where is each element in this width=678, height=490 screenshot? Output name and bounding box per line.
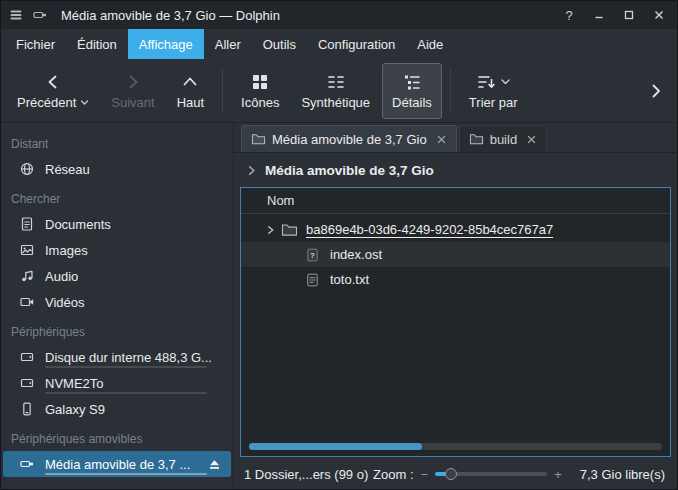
sidebar-item-media-amovible[interactable]: Média amovible de 3,7 ... xyxy=(3,451,231,477)
close-button[interactable] xyxy=(647,4,671,26)
sidebar-item-audio[interactable]: Audio xyxy=(3,263,231,289)
file-row-index-ost[interactable]: ? index.ost xyxy=(241,242,670,267)
tab-close-icon[interactable] xyxy=(436,134,447,145)
sort-dropdown-icon xyxy=(500,76,511,87)
folder-icon xyxy=(469,132,484,146)
file-row-folder[interactable]: ba869e4b-03d6-4249-9202-85b4cec767a7 xyxy=(241,217,670,242)
breadcrumb: Média amovible de 3,7 Gio xyxy=(234,153,677,187)
breadcrumb-location[interactable]: Média amovible de 3,7 Gio xyxy=(265,163,434,178)
details-view-label: Détails xyxy=(392,95,432,110)
sidebar-item-label: Réseau xyxy=(45,162,90,177)
maximize-button[interactable] xyxy=(617,4,641,26)
up-button[interactable]: Haut xyxy=(167,63,214,119)
menu-aide[interactable]: Aide xyxy=(406,29,454,59)
file-rows: ba869e4b-03d6-4249-9202-85b4cec767a7 ? i… xyxy=(241,214,670,292)
network-globe-icon xyxy=(19,161,35,177)
eject-button[interactable] xyxy=(208,458,221,471)
sidebar-item-images[interactable]: Images xyxy=(3,237,231,263)
file-name: index.ost xyxy=(330,247,382,262)
sidebar-item-reseau[interactable]: Réseau xyxy=(3,156,231,182)
chevron-right-icon xyxy=(123,72,143,92)
free-space-label: 7,3 Gio libre(s) xyxy=(580,467,665,482)
app-usb-drive-icon xyxy=(31,6,49,24)
expander-chevron-icon[interactable] xyxy=(265,224,281,236)
toolbar-separator xyxy=(450,68,451,114)
file-row-toto-txt[interactable]: toto.txt xyxy=(241,267,670,292)
disk-usage-bar xyxy=(45,366,207,368)
image-icon xyxy=(19,242,35,258)
sidebar-item-label: Images xyxy=(45,243,88,258)
file-name: toto.txt xyxy=(330,272,369,287)
zoom-slider[interactable] xyxy=(435,472,547,476)
smartphone-icon xyxy=(19,401,35,417)
sidebar-item-videos[interactable]: Vidéos xyxy=(3,289,231,315)
horizontal-scrollbar[interactable] xyxy=(249,443,662,450)
sidebar-item-label: Galaxy S9 xyxy=(45,402,105,417)
menu-affichage[interactable]: Affichage xyxy=(128,29,204,59)
help-button[interactable]: ? xyxy=(557,4,581,26)
status-bar: 1 Dossier,...ers (99 o) Zoom : − + 7,3 G… xyxy=(234,457,677,490)
tab-build[interactable]: build xyxy=(459,125,547,152)
back-button[interactable]: Précédent xyxy=(7,63,99,119)
menu-edition[interactable]: Édition xyxy=(66,29,128,59)
eject-icon xyxy=(208,458,221,471)
scrollbar-thumb[interactable] xyxy=(249,443,422,450)
view-compact-icon xyxy=(326,72,346,92)
window-title: Média amovible de 3,7 Gio — Dolphin xyxy=(61,8,280,23)
icons-view-button[interactable]: Icônes xyxy=(231,63,289,119)
sidebar-item-documents[interactable]: Documents xyxy=(3,211,231,237)
text-file-icon xyxy=(305,272,323,288)
tab-label: build xyxy=(490,132,517,147)
zoom-in-icon[interactable]: + xyxy=(554,467,562,482)
zoom-control: Zoom : − + xyxy=(373,467,562,482)
minimize-button[interactable] xyxy=(587,4,611,26)
view-details-icon xyxy=(402,72,422,92)
document-icon xyxy=(19,216,35,232)
tab-label: Média amovible de 3,7 Gio xyxy=(272,132,427,147)
zoom-out-icon[interactable]: − xyxy=(421,467,429,482)
svg-text:?: ? xyxy=(310,250,315,259)
sidebar-item-label: Disque dur interne 488,3 G... xyxy=(45,350,212,365)
tab-media-amovible[interactable]: Média amovible de 3,7 Gio xyxy=(241,125,457,152)
section-header-peripheriques: Périphériques xyxy=(1,315,233,344)
file-view: Nom ba869e4b-03d6-4249-9202-85b4cec767a7 xyxy=(240,187,671,457)
section-header-chercher: Chercher xyxy=(1,182,233,211)
menu-fichier[interactable]: Fichier xyxy=(5,29,66,59)
zoom-label: Zoom : xyxy=(373,467,413,482)
hard-drive-icon xyxy=(19,349,35,365)
zoom-slider-handle[interactable] xyxy=(445,468,457,480)
toolbar-overflow-chevron-icon[interactable] xyxy=(641,82,671,100)
sidebar-item-label: Audio xyxy=(45,269,78,284)
section-header-distant: Distant xyxy=(1,127,233,156)
selection-summary: 1 Dossier,...ers (99 o) xyxy=(244,467,368,482)
disk-usage-bar xyxy=(45,473,207,475)
toolbar: Précédent Suivant Haut Icônes xyxy=(1,59,677,123)
dolphin-window: Média amovible de 3,7 Gio — Dolphin ? Fi… xyxy=(0,0,678,490)
column-header-nom[interactable]: Nom xyxy=(241,188,670,214)
window-menu-icon[interactable] xyxy=(7,6,25,24)
forward-button-label: Suivant xyxy=(111,95,154,110)
menu-aller[interactable]: Aller xyxy=(204,29,252,59)
up-button-label: Haut xyxy=(177,95,204,110)
chevron-right-icon[interactable] xyxy=(245,164,258,177)
tab-close-icon[interactable] xyxy=(526,134,537,145)
folder-icon xyxy=(281,222,299,238)
back-button-label: Précédent xyxy=(17,95,76,110)
details-view-button[interactable]: Détails xyxy=(382,63,442,119)
menu-configuration[interactable]: Configuration xyxy=(307,29,406,59)
hard-drive-icon xyxy=(19,375,35,391)
sort-by-button[interactable]: Trier par xyxy=(459,63,528,119)
chevron-left-icon xyxy=(43,72,63,92)
sidebar-item-nvme2to[interactable]: NVME2To xyxy=(3,370,231,396)
forward-button[interactable]: Suivant xyxy=(101,63,164,119)
section-header-peripheriques-amovibles: Périphériques amovibles xyxy=(1,422,233,451)
sidebar-item-galaxy-s9[interactable]: Galaxy S9 xyxy=(3,396,231,422)
menu-outils[interactable]: Outils xyxy=(252,29,307,59)
places-panel: Distant Réseau Chercher Documents Images xyxy=(1,123,234,490)
sidebar-item-disque-dur-interne[interactable]: Disque dur interne 488,3 G... xyxy=(3,344,231,370)
compact-view-button[interactable]: Synthétique xyxy=(291,63,380,119)
compact-view-label: Synthétique xyxy=(301,95,370,110)
sidebar-item-label: Vidéos xyxy=(45,295,85,310)
unknown-file-icon: ? xyxy=(305,247,323,263)
file-name: ba869e4b-03d6-4249-9202-85b4cec767a7 xyxy=(306,222,553,237)
